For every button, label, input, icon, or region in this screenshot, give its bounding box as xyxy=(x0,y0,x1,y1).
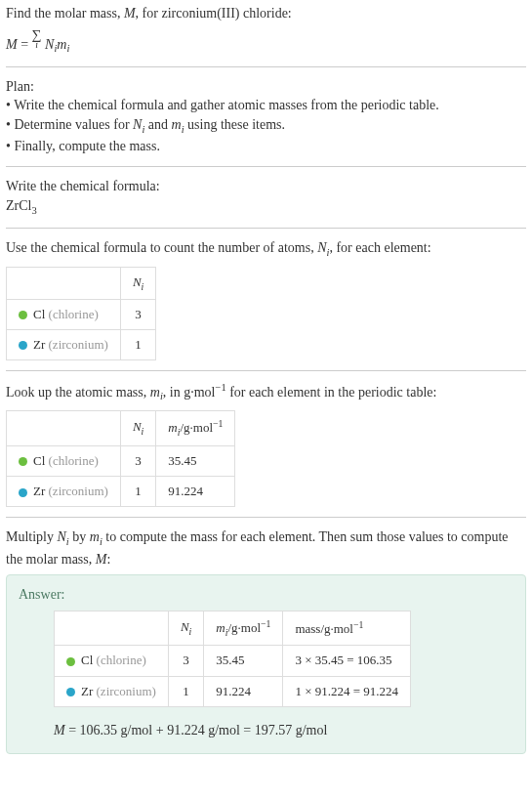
cl-cell: Cl (chlorine) xyxy=(55,646,169,676)
cl-cell: Cl (chlorine) xyxy=(7,445,121,476)
th-empty xyxy=(7,411,121,446)
var-M: M xyxy=(124,6,136,21)
var-M2: M xyxy=(6,36,18,51)
cl-n: 3 xyxy=(120,445,155,476)
th-mi: mi/g·mol−1 xyxy=(204,611,283,646)
plan-bullet-3: • Finally, compute the mass. xyxy=(6,137,526,156)
count-Ni: N xyxy=(317,240,326,255)
cl-paren: (chlorine) xyxy=(97,653,146,667)
count-title: Use the chemical formula to count the nu… xyxy=(6,238,526,260)
zr-paren: (zirconium) xyxy=(49,337,108,352)
eq-sign: = xyxy=(18,36,32,51)
th-mi-unit: /g·mol xyxy=(227,620,261,635)
cl-paren: (chlorine) xyxy=(49,307,99,321)
var-Ni: N xyxy=(45,36,54,51)
zr-n: 1 xyxy=(168,676,203,706)
zr-label: Zr xyxy=(81,684,97,698)
count-table: Ni Cl (chlorine) 3 Zr (zirconium) 1 xyxy=(6,267,156,361)
cl-n: 3 xyxy=(168,646,203,676)
lookup-title: Look up the atomic mass, mi, in g·mol−1 … xyxy=(6,381,526,404)
zr-cell: Zr (zirconium) xyxy=(7,329,121,359)
count-title-a: Use the chemical formula to count the nu… xyxy=(6,240,317,255)
formula-zr: ZrCl xyxy=(6,198,31,213)
lookup-title-b: , in g·mol xyxy=(163,385,216,400)
cl-label: Cl xyxy=(33,453,49,468)
mult-d: : xyxy=(106,552,110,567)
th-empty xyxy=(7,267,121,299)
chemical-formula: ZrCl3 xyxy=(6,196,526,218)
answer-title: Answer: xyxy=(19,585,513,605)
th-ni-n: N xyxy=(133,419,142,434)
formula-sub: 3 xyxy=(31,204,36,215)
th-mi: mi/g·mol−1 xyxy=(156,411,235,446)
intro-formula: M = ∑i Nimi xyxy=(6,25,526,57)
table-row: Cl (chlorine) 3 35.45 xyxy=(7,445,235,476)
th-ni: Ni xyxy=(120,267,155,299)
lookup-title-c: for each element in the periodic table: xyxy=(226,385,437,400)
plan-b2-c: using these items. xyxy=(184,117,285,132)
mult-M: M xyxy=(96,552,107,567)
th-mi-m: m xyxy=(168,421,177,436)
var-mi-sub: i xyxy=(66,43,69,54)
plan-mi: m xyxy=(172,117,182,132)
cl-m: 35.45 xyxy=(156,445,235,476)
th-mi-m: m xyxy=(216,620,225,635)
mult-a: Multiply xyxy=(6,529,58,544)
plan-bullet-2: • Determine values for Ni and mi using t… xyxy=(6,115,526,137)
count-title-b: , for each element: xyxy=(329,240,430,255)
var-mi: m xyxy=(57,36,66,51)
chlorine-dot-icon xyxy=(66,657,75,666)
lookup-title-a: Look up the atomic mass, xyxy=(6,385,150,400)
table-row: Zr (zirconium) 1 xyxy=(7,329,156,359)
th-ni: Ni xyxy=(168,611,203,646)
intro-text-b: , for zirconium(III) chloride: xyxy=(136,6,292,21)
sigma-sub: i xyxy=(32,42,42,49)
intro-section: Find the molar mass, M, for zirconium(II… xyxy=(6,4,526,67)
plan-b2-b: and xyxy=(144,117,171,132)
sigma: ∑i xyxy=(32,25,42,49)
formula-section: Write the chemical formula: ZrCl3 xyxy=(6,177,526,229)
th-mass-lbl: mass/g·mol xyxy=(295,621,353,636)
th-ni-n: N xyxy=(181,619,189,634)
intro-text-a: Find the molar mass, xyxy=(6,6,124,21)
th-mass: mass/g·mol−1 xyxy=(283,611,411,646)
table-header-row: Ni mi/g·mol−1 xyxy=(7,411,235,446)
plan-bullet-1: • Write the chemical formula and gather … xyxy=(6,96,526,115)
multiply-section: Multiply Ni by mi to compute the mass fo… xyxy=(6,527,526,569)
th-mi-neg1: −1 xyxy=(261,618,270,629)
table-row: Zr (zirconium) 1 91.224 1 × 91.224 = 91.… xyxy=(55,676,411,706)
th-ni-sub: i xyxy=(189,626,192,637)
intro-line1: Find the molar mass, M, for zirconium(II… xyxy=(6,4,526,23)
plan-b2-a: • Determine values for xyxy=(6,117,133,132)
zr-mass: 1 × 91.224 = 91.224 xyxy=(283,676,411,706)
zirconium-dot-icon xyxy=(19,341,27,350)
th-mi-unit: /g·mol xyxy=(180,421,213,436)
table-row: Zr (zirconium) 1 91.224 xyxy=(7,477,235,507)
zr-n: 1 xyxy=(120,477,155,507)
answer-final: M = 106.35 g/mol + 91.224 g/mol = 197.57… xyxy=(54,721,513,740)
cl-m: 35.45 xyxy=(204,646,283,676)
zr-m: 91.224 xyxy=(156,477,235,507)
lookup-table: Ni mi/g·mol−1 Cl (chlorine) 3 35.45 Zr (… xyxy=(6,410,235,507)
plan-section: Plan: • Write the chemical formula and g… xyxy=(6,77,526,167)
chlorine-dot-icon xyxy=(19,311,27,319)
answer-table: Ni mi/g·mol−1 mass/g·mol−1 Cl (chlorine)… xyxy=(54,611,411,707)
th-ni-sub: i xyxy=(142,280,144,291)
zr-cell: Zr (zirconium) xyxy=(55,676,169,706)
mult-Ni: N xyxy=(58,529,66,544)
final-eq: = 106.35 g/mol + 91.224 g/mol = 197.57 g… xyxy=(65,723,328,738)
th-ni-n: N xyxy=(133,274,142,289)
table-header-row: Ni mi/g·mol−1 mass/g·mol−1 xyxy=(55,611,411,646)
mult-b: by xyxy=(69,529,90,544)
zr-label: Zr xyxy=(33,484,49,498)
th-mi-neg1: −1 xyxy=(213,418,223,429)
cl-paren: (chlorine) xyxy=(49,453,99,468)
th-mass-neg1: −1 xyxy=(353,619,363,630)
plan-title: Plan: xyxy=(6,77,526,97)
zr-n: 1 xyxy=(120,329,155,359)
table-row: Cl (chlorine) 3 35.45 3 × 35.45 = 106.35 xyxy=(55,646,411,676)
zirconium-dot-icon xyxy=(19,488,27,497)
th-ni: Ni xyxy=(120,411,155,446)
formula-title: Write the chemical formula: xyxy=(6,177,526,196)
th-empty xyxy=(55,611,169,646)
